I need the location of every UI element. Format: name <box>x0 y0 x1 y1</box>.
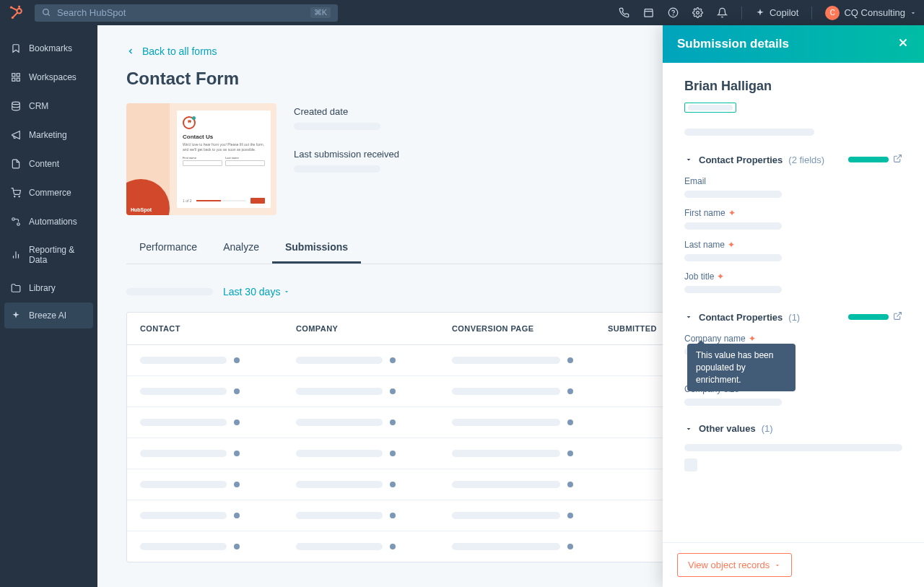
settings-icon[interactable] <box>692 7 704 19</box>
svg-rect-12 <box>12 74 15 77</box>
enriched-value <box>684 103 736 113</box>
file-icon <box>10 158 22 170</box>
tab-performance[interactable]: Performance <box>126 232 210 264</box>
ai-icon <box>10 310 22 321</box>
placeholder <box>684 254 782 261</box>
help-icon[interactable] <box>668 7 679 19</box>
preview-logo: HubSpot <box>131 207 152 212</box>
progress-pill <box>848 157 889 162</box>
sidebar-item-commerce[interactable]: Commerce <box>0 178 97 207</box>
grid-icon <box>10 71 22 83</box>
th-contact[interactable]: CONTACT <box>140 324 296 333</box>
th-company[interactable]: COMPANY <box>296 324 452 333</box>
panel-title: Submission details <box>677 37 789 51</box>
progress-pill <box>848 314 889 320</box>
placeholder <box>684 286 782 293</box>
field-firstname-label: First name✦ <box>684 208 902 218</box>
field-email-label: Email <box>684 176 902 186</box>
sidebar-label: Bookmarks <box>29 43 72 53</box>
svg-point-20 <box>17 223 20 226</box>
bookmark-icon <box>10 43 22 54</box>
sidebar-label: Breeze AI <box>29 310 66 321</box>
view-records-label: View object records <box>688 560 770 570</box>
account-menu[interactable]: C CQ Consulting <box>825 6 917 20</box>
megaphone-icon <box>10 129 22 141</box>
external-link-icon[interactable] <box>893 153 902 166</box>
sidebar-item-workspaces[interactable]: Workspaces <box>0 63 97 92</box>
section-contact-properties-2[interactable]: Contact Properties (1) <box>684 310 902 323</box>
sidebar-label: Automations <box>29 217 77 227</box>
th-conversion[interactable]: CONVERSION PAGE <box>452 324 608 333</box>
chevron-down-icon <box>283 288 290 295</box>
placeholder <box>684 444 902 451</box>
created-date-label: Created date <box>294 106 399 117</box>
sidebar-item-marketing[interactable]: Marketing <box>0 121 97 149</box>
sidebar-item-automations[interactable]: Automations <box>0 207 97 236</box>
close-button[interactable] <box>897 36 910 52</box>
sidebar-item-crm[interactable]: CRM <box>0 92 97 121</box>
chart-icon <box>10 249 22 261</box>
svg-line-8 <box>48 14 50 16</box>
svg-rect-13 <box>17 74 19 77</box>
notifications-icon[interactable] <box>717 7 728 19</box>
search-icon <box>42 8 51 17</box>
tab-submissions[interactable]: Submissions <box>272 232 361 264</box>
placeholder <box>294 123 380 130</box>
sidebar-item-reporting[interactable]: Reporting & Data <box>0 236 97 274</box>
sidebar-item-bookmarks[interactable]: Bookmarks <box>0 34 97 63</box>
svg-point-16 <box>12 102 20 105</box>
phone-icon[interactable] <box>619 7 630 19</box>
chevron-down-icon <box>774 562 781 569</box>
last-submission-label: Last submission received <box>294 149 399 160</box>
flow-icon <box>10 216 22 227</box>
placeholder <box>684 129 814 136</box>
cart-icon <box>10 187 22 199</box>
search-placeholder: Search HubSpot <box>57 7 126 18</box>
marketplace-icon[interactable] <box>643 7 655 19</box>
tab-analyze[interactable]: Analyze <box>210 232 272 264</box>
svg-line-3 <box>12 7 17 10</box>
preview-text: We'd love to hear from you! Please fill … <box>183 142 265 152</box>
placeholder <box>294 165 380 173</box>
search-shortcut: ⌘K <box>310 7 331 18</box>
section-contact-properties-1[interactable]: Contact Properties (2 fields) <box>684 153 902 166</box>
placeholder <box>684 191 782 198</box>
view-object-records-button[interactable]: View object records <box>677 553 792 577</box>
enrichment-tooltip: This value has been populated by enrichm… <box>687 344 796 391</box>
svg-point-0 <box>17 9 21 13</box>
enrichment-sparkle-icon: ✦ <box>749 334 756 344</box>
enrichment-sparkle-icon: ✦ <box>728 240 735 250</box>
database-icon <box>10 100 22 112</box>
chevron-down-icon <box>684 313 693 321</box>
svg-point-18 <box>19 196 19 197</box>
sidebar-item-content[interactable]: Content <box>0 149 97 178</box>
field-lastname-label: Last name✦ <box>684 240 902 250</box>
svg-point-10 <box>674 14 674 15</box>
folder-icon <box>10 282 22 294</box>
date-filter[interactable]: Last 30 days <box>223 286 290 297</box>
hubspot-logo[interactable] <box>7 4 25 22</box>
placeholder <box>684 458 697 471</box>
svg-point-7 <box>43 9 49 15</box>
svg-point-2 <box>12 16 14 18</box>
submission-details-panel: Submission details Brian Halligan Contac… <box>663 25 924 587</box>
external-link-icon[interactable] <box>893 310 902 323</box>
field-companyname-label: Company name✦ <box>684 334 902 344</box>
svg-point-11 <box>697 12 699 14</box>
placeholder <box>684 399 782 406</box>
search-input[interactable]: Search HubSpot ⌘K <box>35 4 338 22</box>
svg-rect-14 <box>12 78 15 81</box>
sidebar-item-breeze[interactable]: Breeze AI <box>4 303 93 329</box>
form-preview-thumbnail[interactable]: HubSpot ❞ Contact Us We'd love to hear f… <box>126 103 276 215</box>
contact-name: Brian Halligan <box>684 79 902 94</box>
section-other-values[interactable]: Other values (1) <box>684 423 902 434</box>
copilot-button[interactable]: Copilot <box>755 7 798 18</box>
sidebar-item-library[interactable]: Library <box>0 274 97 303</box>
sidebar-label: Commerce <box>29 188 71 198</box>
chevron-down-icon <box>684 155 693 164</box>
sidebar-label: CRM <box>29 101 48 111</box>
enrichment-sparkle-icon: ✦ <box>728 208 736 218</box>
copilot-label: Copilot <box>770 7 798 18</box>
svg-rect-6 <box>18 5 20 6</box>
sidebar-label: Reporting & Data <box>29 245 87 265</box>
